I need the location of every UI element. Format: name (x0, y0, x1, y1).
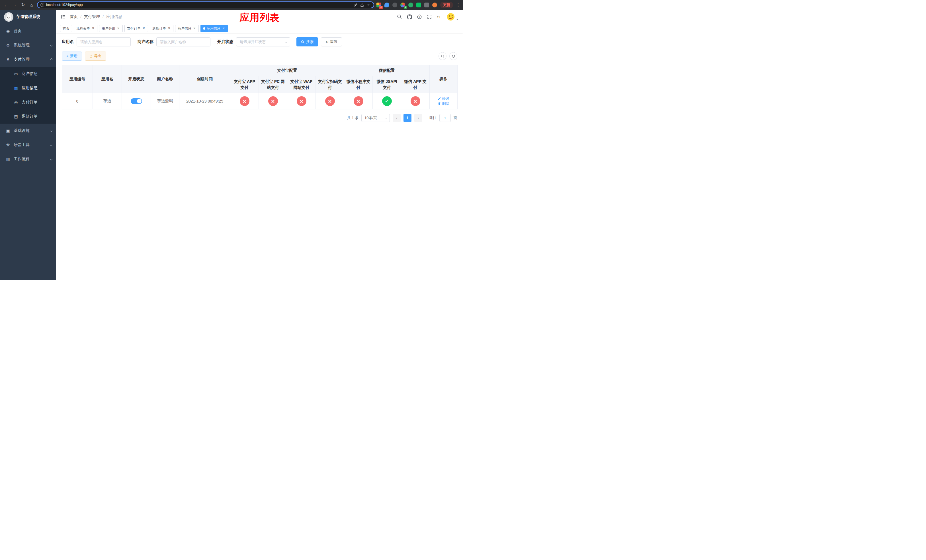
bookmark-star-icon[interactable]: ☆ (366, 3, 371, 7)
extension-icon-6[interactable] (416, 3, 421, 8)
group-header-wechat: 微信配置 (344, 65, 430, 76)
export-button[interactable]: 导出 (85, 51, 106, 61)
help-icon[interactable]: ? (416, 14, 422, 20)
close-icon[interactable]: × (168, 27, 171, 30)
table-toolbar: + 新增 导出 (62, 51, 457, 61)
app-name-input[interactable] (77, 37, 131, 47)
app-table: 应用编号 应用名 开启状态 商户名称 创建时间 支付宝配置 微信配置 操作 支付… (62, 65, 458, 109)
status-toggle[interactable] (131, 98, 142, 104)
url-text[interactable]: localhost:1024/pay/app (46, 3, 351, 7)
alipay-app-status-icon (240, 96, 250, 106)
sidebar-item-home[interactable]: ◉ 首页 (0, 24, 56, 38)
extension-badge: 1 (404, 6, 407, 9)
breadcrumb-home[interactable]: 首页 (70, 14, 78, 20)
close-icon[interactable]: × (142, 27, 145, 30)
password-key-icon[interactable] (353, 3, 358, 7)
extension-puzzle-icon[interactable] (424, 3, 429, 8)
tab-label: 退款订单 (152, 26, 166, 31)
sidebar-item-label: 基础设施 (14, 128, 47, 133)
sidebar-item-infra[interactable]: ▣ 基础设施 (0, 124, 56, 138)
page-size-select[interactable]: 10条/页 (362, 114, 390, 122)
reset-button[interactable]: ↻ 重置 (321, 37, 342, 47)
tab-home[interactable]: 首页 (60, 25, 72, 32)
add-button[interactable]: + 新增 (62, 51, 82, 61)
edit-link[interactable]: 修改 (438, 96, 449, 101)
cell-merchant: 芋道源码 (151, 93, 179, 109)
tools-icon: ⚒ (6, 143, 10, 147)
browser-update-button[interactable]: 更新 (440, 2, 453, 8)
wx-mini-status-icon (354, 96, 363, 106)
export-button-label: 导出 (94, 53, 101, 59)
browser-forward-icon[interactable]: → (11, 2, 18, 8)
sidebar-item-label: 退款订单 (22, 114, 52, 119)
close-icon[interactable]: × (222, 27, 225, 30)
fullscreen-icon[interactable] (427, 14, 432, 20)
browser-home-icon[interactable]: ⌂ (29, 2, 35, 8)
svg-text:T: T (439, 15, 441, 19)
column-header: 支付宝 WAP 网站支付 (287, 76, 316, 93)
extension-icon-8[interactable] (432, 3, 437, 8)
user-avatar[interactable] (446, 12, 458, 21)
sidebar-item-refund-order[interactable]: ▤ 退款订单 (0, 109, 56, 124)
sidebar-item-label: 支付管理 (14, 57, 47, 62)
sidebar-collapse-icon[interactable] (61, 14, 66, 20)
alipay-wap-status-icon (297, 96, 306, 106)
extension-icon-5[interactable] (409, 3, 413, 8)
github-icon[interactable] (407, 14, 412, 20)
tab-merchant-info[interactable]: 商户信息× (175, 25, 199, 32)
tab-label: 用户分组 (101, 26, 115, 31)
delete-link[interactable]: 删除 (438, 101, 449, 106)
column-header: 应用编号 (62, 65, 93, 93)
site-info-icon[interactable]: i (41, 3, 44, 7)
tab-app-info[interactable]: 应用信息× (200, 25, 228, 32)
close-icon[interactable]: × (91, 27, 95, 30)
prev-page-button[interactable]: ‹ (393, 114, 401, 122)
search-button[interactable]: 搜索 (297, 37, 318, 47)
browser-menu-icon[interactable]: ⋮ (456, 3, 460, 7)
browser-back-icon[interactable]: ← (3, 2, 9, 8)
tab-pay-order[interactable]: 支付订单× (124, 25, 148, 32)
annotation-title: 应用列表 (240, 11, 280, 24)
share-icon[interactable] (360, 3, 364, 7)
tab-process-form[interactable]: 流程表单× (74, 25, 97, 32)
sidebar-item-workflow[interactable]: ▥ 工作流程 (0, 152, 56, 166)
grid-icon: ▦ (14, 86, 18, 90)
merchant-name-input[interactable] (156, 37, 210, 47)
extension-icon-4[interactable]: 1 (400, 3, 405, 8)
close-icon[interactable]: × (117, 27, 120, 30)
sidebar-item-system[interactable]: ⚙ 系统管理 (0, 38, 56, 52)
page-number-button[interactable]: 1 (404, 114, 412, 122)
svg-text:T: T (437, 16, 439, 18)
next-page-button[interactable]: › (414, 114, 422, 122)
pagination: 共 1 条 10条/页 ‹ 1 › 前往 页 (62, 114, 457, 122)
close-icon[interactable]: × (193, 27, 196, 30)
sidebar-item-pay-order[interactable]: ◎ 支付订单 (0, 95, 56, 109)
column-header: 支付宝 APP 支付 (230, 76, 259, 93)
alipay-qr-status-icon (325, 96, 335, 106)
toggle-search-button[interactable] (439, 52, 446, 60)
status-select-placeholder: 请选择开启状态 (240, 39, 266, 44)
app-logo[interactable]: 芋道管理系统 (0, 10, 56, 24)
sidebar-item-devtools[interactable]: ⚒ 研发工具 (0, 138, 56, 152)
sidebar-item-app-info[interactable]: ▦ 应用信息 (0, 81, 56, 95)
refresh-table-button[interactable] (449, 52, 457, 60)
table-row: 6 芋道 芋道源码 2021-10-23 08:49:25 (62, 93, 458, 109)
breadcrumb-payment[interactable]: 支付管理 (84, 14, 100, 20)
tab-refund-order[interactable]: 退款订单× (150, 25, 173, 32)
extension-icon-2[interactable] (384, 3, 389, 8)
yen-icon: ¥ (6, 57, 10, 62)
tab-user-group[interactable]: 用户分组× (99, 25, 123, 32)
sidebar-item-payment[interactable]: ¥ 支付管理 (0, 52, 56, 67)
search-icon[interactable] (396, 14, 402, 20)
url-bar[interactable]: i localhost:1024/pay/app ☆ (37, 2, 374, 8)
sidebar-item-merchant-info[interactable]: ▭ 商户信息 (0, 67, 56, 81)
tabs-bar: 首页 流程表单× 用户分组× 支付订单× 退款订单× 商户信息× 应用信息× (56, 24, 463, 33)
goto-page-input[interactable] (439, 114, 451, 122)
font-size-icon[interactable]: TT (437, 14, 442, 20)
browser-refresh-icon[interactable]: ↻ (20, 2, 26, 8)
cell-created: 2021-10-23 08:49:25 (179, 93, 230, 109)
cell-app-name: 芋道 (93, 93, 122, 109)
status-select[interactable]: 请选择开启状态 (236, 37, 290, 47)
extension-icon-1[interactable]: 10 (377, 3, 381, 8)
extension-icon-3[interactable] (392, 3, 397, 8)
